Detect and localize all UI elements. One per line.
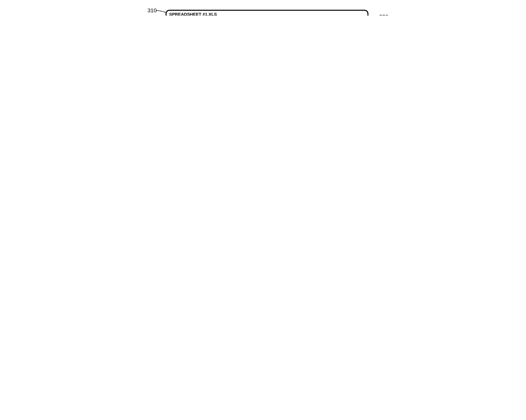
callout-330: 330 [379,14,388,16]
app-window: SPREADSHEET #1.XLS FILE EDIT VIEW INSERT… [166,10,368,16]
window-title: SPREADSHEET #1.XLS [167,11,367,16]
callout-310: 310 [148,8,157,13]
